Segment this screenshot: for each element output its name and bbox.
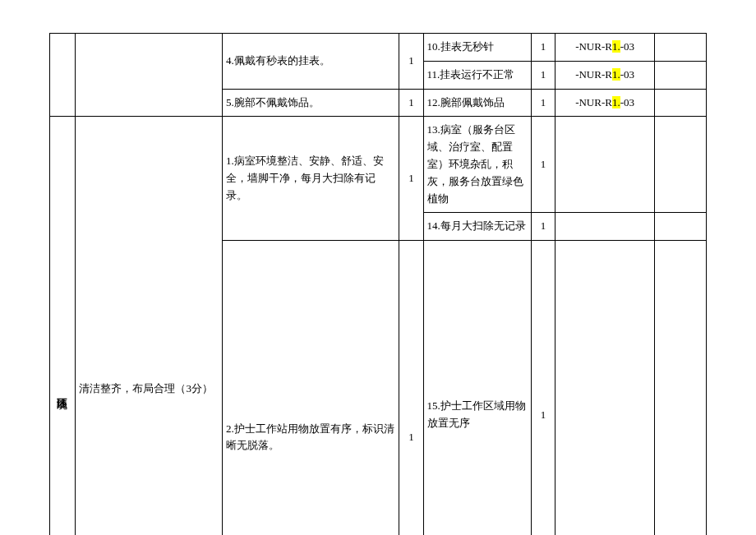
code-suffix: -03	[620, 40, 634, 53]
document-page: 4.佩戴有秒表的挂表。 1 10.挂表无秒针 1 -NUR-R1.-03 11.…	[0, 0, 756, 535]
code-suffix: -03	[620, 96, 634, 108]
code-cell	[555, 117, 655, 213]
category-label: 病区环境	[53, 122, 71, 535]
item-cell: 5.腕部不佩戴饰品。	[222, 89, 399, 117]
issue-cell: 10.挂表无秒针	[423, 34, 531, 62]
score2-cell: 1	[531, 34, 555, 62]
table-row: 4.佩戴有秒表的挂表。 1 10.挂表无秒针 1 -NUR-R1.-03	[50, 34, 707, 62]
item-cell: 4.佩戴有秒表的挂表。	[222, 34, 399, 90]
score1-cell: 1	[399, 117, 423, 241]
score1-cell: 1	[399, 241, 423, 535]
code-cell: -NUR-R1.-03	[555, 61, 655, 89]
empty-cell	[654, 117, 706, 213]
table-row: 病区环境 清洁整齐，布局合理（3分） 1.病室环境整洁、安静、舒适、安全，墙脚干…	[50, 117, 707, 213]
score2-cell: 1	[531, 89, 555, 117]
group-cell-upper	[76, 34, 222, 117]
category-cell-upper	[50, 34, 76, 117]
issue-cell: 11.挂表运行不正常	[423, 61, 531, 89]
code-prefix: -NUR-R	[575, 68, 612, 81]
score2-cell: 1	[531, 117, 555, 213]
code-suffix: -03	[620, 68, 634, 81]
group-cell: 清洁整齐，布局合理（3分）	[76, 117, 222, 535]
score1-cell: 1	[399, 34, 423, 90]
code-cell	[555, 213, 655, 241]
code-cell: -NUR-R1.-03	[555, 34, 655, 62]
code-highlight: 1.	[612, 96, 620, 108]
score2-cell: 1	[531, 61, 555, 89]
score2-cell: 1	[531, 213, 555, 241]
item-cell: 1.病室环境整洁、安静、舒适、安全，墙脚干净，每月大扫除有记录。	[222, 117, 399, 241]
code-prefix: -NUR-R	[575, 96, 612, 108]
empty-cell	[654, 89, 706, 117]
empty-cell	[654, 61, 706, 89]
code-cell: -NUR-R1.-03	[555, 89, 655, 117]
empty-cell	[654, 241, 706, 535]
evaluation-table: 4.佩戴有秒表的挂表。 1 10.挂表无秒针 1 -NUR-R1.-03 11.…	[49, 33, 707, 535]
issue-cell: 13.病室（服务台区域、治疗室、配置室）环境杂乱，积灰，服务台放置绿色植物	[423, 117, 531, 213]
code-highlight: 1.	[612, 40, 620, 53]
score2-cell: 1	[531, 241, 555, 535]
code-prefix: -NUR-R	[575, 40, 612, 53]
item-cell: 2.护士工作站用物放置有序，标识清晰无脱落。	[222, 241, 399, 535]
code-cell	[555, 241, 655, 535]
issue-cell: 12.腕部佩戴饰品	[423, 89, 531, 117]
code-highlight: 1.	[612, 68, 620, 81]
empty-cell	[654, 34, 706, 62]
issue-cell: 15.护士工作区域用物放置无序	[423, 241, 531, 535]
score1-cell: 1	[399, 89, 423, 117]
category-cell: 病区环境	[50, 117, 76, 535]
issue-cell: 14.每月大扫除无记录	[423, 213, 531, 241]
empty-cell	[654, 213, 706, 241]
